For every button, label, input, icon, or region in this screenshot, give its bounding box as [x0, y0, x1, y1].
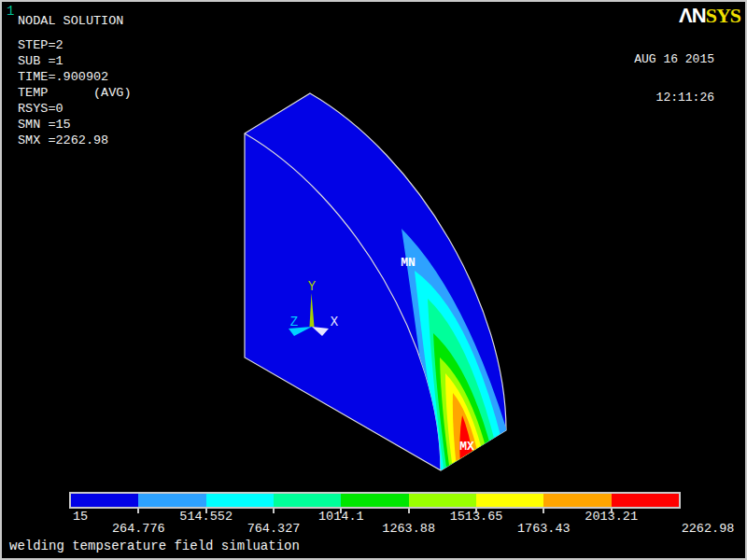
legend-segment-1	[138, 494, 205, 507]
legend-tick-3	[273, 508, 275, 513]
max-node-label: MX	[459, 440, 474, 454]
legend-segment-0	[71, 494, 138, 507]
legend-segment-6	[476, 494, 543, 507]
ansys-graphics-window: 1 NODAL SOLUTION STEP=2 SUB =1 TIME=.900…	[0, 0, 747, 560]
legend-tick-4	[340, 508, 342, 513]
legend-tick-2	[205, 508, 207, 513]
legend-segment-2	[206, 494, 274, 507]
y-axis-label: Y	[308, 279, 317, 294]
legend-segment-5	[409, 494, 476, 507]
z-axis-label: Z	[290, 315, 298, 329]
model-viewport[interactable]: MN MX Y Z X	[2, 2, 747, 560]
legend-segment-3	[274, 494, 341, 507]
legend-tick-8	[611, 508, 613, 513]
legend-segment-7	[543, 494, 611, 507]
x-axis-label: X	[331, 315, 339, 329]
legend-tick-6	[475, 508, 477, 513]
min-node-label: MN	[401, 256, 416, 270]
legend-tick-5	[408, 508, 410, 513]
legend-value-7: 1763.43	[517, 522, 571, 536]
legend-value-9: 2262.98	[682, 522, 735, 536]
legend-value-3: 764.327	[247, 522, 301, 536]
legend-value-1: 264.776	[112, 522, 165, 536]
legend-segment-4	[341, 494, 408, 507]
legend-value-0: 15	[73, 510, 88, 524]
legend-value-5: 1263.88	[382, 522, 435, 536]
legend-tick-7	[543, 508, 544, 513]
legend-segment-8	[612, 494, 679, 507]
plot-caption: welding tempserature field simluation	[9, 539, 300, 553]
temperature-legend-bar	[69, 492, 681, 509]
legend-tick-1	[137, 508, 139, 513]
